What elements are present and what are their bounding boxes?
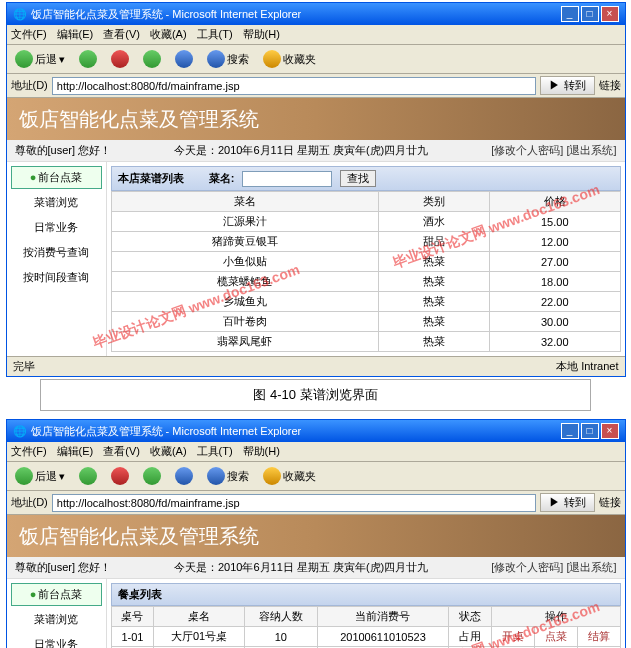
favorites-button[interactable]: 收藏夹 [259,48,320,70]
address-label: 地址(D) [11,78,48,93]
address-input[interactable] [52,77,537,95]
home-button[interactable] [171,48,197,70]
figure-1: 🌐 饭店智能化点菜及管理系统 - Microsoft Internet Expl… [0,2,631,411]
home-button[interactable] [171,465,197,487]
window-titlebar: 🌐 饭店智能化点菜及管理系统 - Microsoft Internet Expl… [7,420,625,442]
cell: 热菜 [379,272,490,292]
menu-view[interactable]: 查看(V) [103,444,140,459]
menu-favorites[interactable]: 收藏(A) [150,444,187,459]
logout-link[interactable]: [退出系统] [566,144,616,156]
page-content-1: 饭店智能化点菜及管理系统 尊敬的[user] 您好！ 今天是：2010年6月11… [7,98,625,356]
menu-edit[interactable]: 编辑(E) [57,27,94,42]
action-link[interactable]: 点菜 [545,630,567,642]
cell: 1-01 [111,627,154,647]
menu-tools[interactable]: 工具(T) [197,27,233,42]
refresh-button[interactable] [139,465,165,487]
ie-logo-icon: 🌐 [13,425,27,438]
stop-icon [111,467,129,485]
cell: 猪蹄黄豆银耳 [111,232,379,252]
search-button-dish[interactable]: 查找 [340,170,376,187]
minimize-button[interactable]: _ [561,423,579,439]
maximize-button[interactable]: □ [581,6,599,22]
back-button[interactable]: 后退 ▾ [11,48,69,70]
go-button[interactable]: ▶ 转到 [540,76,594,95]
table-row: 汇源果汁酒水15.00 [111,212,620,232]
favorites-button[interactable]: 收藏夹 [259,465,320,487]
menu-view[interactable]: 查看(V) [103,27,140,42]
menu-help[interactable]: 帮助(H) [243,444,280,459]
info-bar: 尊敬的[user] 您好！ 今天是：2010年6月11日 星期五 庚寅年(虎)四… [7,557,625,579]
change-password-link[interactable]: [修改个人密码] [491,561,563,573]
back-button[interactable]: 后退 ▾ [11,465,69,487]
cell: 12.00 [490,232,620,252]
links-label[interactable]: 链接 [599,495,621,510]
sidebar-item-order[interactable]: ●前台点菜 [11,166,102,189]
refresh-button[interactable] [139,48,165,70]
sidebar-item-daily[interactable]: 日常业务 [11,633,102,648]
search-icon [207,50,225,68]
close-button[interactable]: × [601,423,619,439]
change-password-link[interactable]: [修改个人密码] [491,144,563,156]
sidebar-item-daily[interactable]: 日常业务 [11,216,102,239]
minimize-button[interactable]: _ [561,6,579,22]
cell: 热菜 [379,332,490,352]
sidebar-item-query-bill[interactable]: 按消费号查询 [11,241,102,264]
cell: 点菜 [534,627,577,647]
table-row: 小鱼似贴热菜27.00 [111,252,620,272]
content-panel-2: 餐桌列表 桌号桌名容纳人数当前消费号状态操作 1-01大厅01号桌1020100… [107,579,625,648]
dish-search-input[interactable] [242,171,332,187]
go-button[interactable]: ▶ 转到 [540,493,594,512]
menu-bar: 文件(F) 编辑(E) 查看(V) 收藏(A) 工具(T) 帮助(H) [7,442,625,462]
links-label[interactable]: 链接 [599,78,621,93]
menu-tools[interactable]: 工具(T) [197,444,233,459]
forward-button[interactable] [75,465,101,487]
toolbar: 后退 ▾ 搜索 收藏夹 [7,45,625,74]
menu-edit[interactable]: 编辑(E) [57,444,94,459]
table-row: 1-01大厅01号桌1020100611010523占用开桌点菜结算 [111,627,620,647]
search-button[interactable]: 搜索 [203,48,253,70]
col-header: 菜名 [111,192,379,212]
maximize-button[interactable]: □ [581,423,599,439]
forward-button[interactable] [75,48,101,70]
cell: 32.00 [490,332,620,352]
back-icon [15,467,33,485]
cell: 汇源果汁 [111,212,379,232]
menu-help[interactable]: 帮助(H) [243,27,280,42]
toolbar: 后退 ▾ 搜索 收藏夹 [7,462,625,491]
menu-table: 菜名类别价格 汇源果汁酒水15.00猪蹄黄豆银耳甜品12.00小鱼似贴热菜27.… [111,191,621,352]
refresh-icon [143,467,161,485]
logout-link[interactable]: [退出系统] [566,561,616,573]
date-text: 今天是：2010年6月11日 星期五 庚寅年(虎)四月廿九 [174,143,428,158]
cell: 榄菜蟋鳕鱼 [111,272,379,292]
cell: 酒水 [379,212,490,232]
stop-icon [111,50,129,68]
menu-favorites[interactable]: 收藏(A) [150,27,187,42]
page-content-2: 饭店智能化点菜及管理系统 尊敬的[user] 您好！ 今天是：2010年6月11… [7,515,625,648]
sidebar-item-menu[interactable]: 菜谱浏览 [11,191,102,214]
forward-icon [79,467,97,485]
action-link[interactable]: 结算 [588,630,610,642]
refresh-icon [143,50,161,68]
status-bar: 完毕 本地 Intranet [7,356,625,376]
menu-file[interactable]: 文件(F) [11,27,47,42]
ie-logo-icon: 🌐 [13,8,27,21]
sidebar-item-query-time[interactable]: 按时间段查询 [11,266,102,289]
cell: 30.00 [490,312,620,332]
search-button[interactable]: 搜索 [203,465,253,487]
sidebar-item-order[interactable]: ●前台点菜 [11,583,102,606]
action-link[interactable]: 开桌 [502,630,524,642]
back-icon [15,50,33,68]
menu-file[interactable]: 文件(F) [11,444,47,459]
ie-window-2: 🌐 饭店智能化点菜及管理系统 - Microsoft Internet Expl… [6,419,626,648]
stop-button[interactable] [107,465,133,487]
stop-button[interactable] [107,48,133,70]
col-header: 状态 [448,607,491,627]
address-input[interactable] [52,494,537,512]
close-button[interactable]: × [601,6,619,22]
home-icon [175,467,193,485]
date-text: 今天是：2010年6月11日 星期五 庚寅年(虎)四月廿九 [174,560,428,575]
cell: 热菜 [379,252,490,272]
col-header: 当前消费号 [318,607,449,627]
cell: 开桌 [491,627,534,647]
sidebar-item-menu[interactable]: 菜谱浏览 [11,608,102,631]
